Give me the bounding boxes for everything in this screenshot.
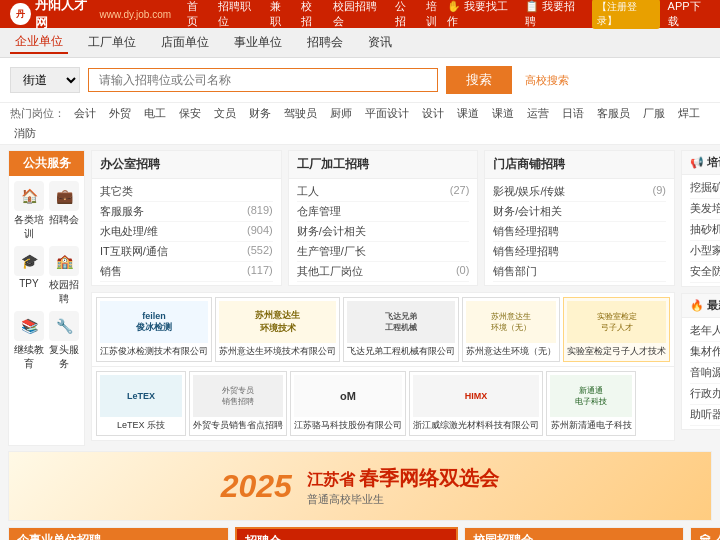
- advanced-search-link[interactable]: 高校搜索: [525, 73, 569, 88]
- shop-job-3: 销售经理招聘: [493, 222, 666, 242]
- hot-job-13[interactable]: 运营: [523, 106, 553, 121]
- shop-job-link-2[interactable]: 财务/会计相关: [493, 204, 562, 219]
- company-card-3[interactable]: 飞达兄弟工程机械 飞达兄弟工程机械有限公司: [343, 297, 459, 362]
- hot-job-14[interactable]: 日语: [558, 106, 588, 121]
- hot-job-15[interactable]: 客服员: [593, 106, 634, 121]
- factory-job-link-3[interactable]: 财务/会计相关: [297, 224, 366, 239]
- hot-job-3[interactable]: 电工: [140, 106, 170, 121]
- company-card-2[interactable]: 苏州意达生环境技术 苏州意达生环境技术有限公司: [215, 297, 340, 362]
- subnav-enterprise[interactable]: 企业单位: [10, 31, 68, 54]
- service-item-education[interactable]: 📚 继续教育: [14, 311, 44, 371]
- location-select[interactable]: 街道: [10, 67, 80, 93]
- hot-job-16[interactable]: 厂服: [639, 106, 669, 121]
- search-button[interactable]: 搜索: [446, 66, 512, 94]
- service-item-tpy[interactable]: 🎓 TPY: [14, 246, 44, 306]
- register-login-btn[interactable]: 【注册登录】: [592, 0, 660, 29]
- hot-job-7[interactable]: 驾驶员: [280, 106, 321, 121]
- office-job-link-5[interactable]: 销售: [100, 264, 122, 279]
- other-label: 复头服务: [49, 343, 79, 371]
- nav-home[interactable]: 首页: [187, 0, 208, 29]
- hot-job-1[interactable]: 会计: [70, 106, 100, 121]
- subnav-news[interactable]: 资讯: [363, 32, 397, 53]
- service-item-training[interactable]: 🏠 各类培训: [14, 181, 44, 241]
- company-card-9[interactable]: HIMX 浙江威综激光材料科技有限公司: [409, 371, 543, 436]
- company-card-10[interactable]: 新通通电子科技 苏州新清通电子科技: [546, 371, 636, 436]
- service-item-fair[interactable]: 💼 招聘会: [49, 181, 79, 241]
- hot-job-10[interactable]: 设计: [418, 106, 448, 121]
- training-ad-link-4[interactable]: 小型家用电器制品工...: [690, 243, 720, 259]
- hot-job-18[interactable]: 消防: [10, 126, 40, 141]
- training-ad-link-3[interactable]: 抽砂机机工名达通知: [690, 222, 720, 238]
- hot-job-9[interactable]: 平面设计: [361, 106, 413, 121]
- factory-job-2: 仓库管理: [297, 202, 470, 222]
- office-job-link-1[interactable]: 其它类: [100, 184, 133, 199]
- shop-job-link-1[interactable]: 影视/娱乐/传媒: [493, 184, 565, 199]
- subnav-shop[interactable]: 店面单位: [156, 32, 214, 53]
- search-input[interactable]: [88, 68, 438, 92]
- shop-job-link-4[interactable]: 销售经理招聘: [493, 244, 559, 259]
- hot-job-12[interactable]: 课道: [488, 106, 518, 121]
- nav-jobs[interactable]: 招聘职位: [218, 0, 260, 29]
- service-item-campus[interactable]: 🏫 校园招聘: [49, 246, 79, 306]
- company-name-7: 外贸专员销售省点招聘: [193, 419, 283, 432]
- latest-job-link-5[interactable]: 助听器配戴者告通知: [690, 407, 720, 423]
- company-cards-row: feilen俊冰检测 江苏俊冰检测技术有限公司 苏州意达生环境技术 苏州意达生环…: [92, 293, 674, 366]
- find-job-link[interactable]: ✋ 我要找工作: [447, 0, 516, 29]
- nav-training[interactable]: 培训: [426, 0, 447, 29]
- campus-label: 校园招聘: [49, 278, 79, 306]
- latest-job-link-1[interactable]: 老年人能力评估师报名...: [690, 323, 720, 339]
- company-card-6[interactable]: LeTEX LeTEX 乐技: [96, 371, 186, 436]
- factory-job-link-2[interactable]: 仓库管理: [297, 204, 341, 219]
- office-job-link-2[interactable]: 客服服务: [100, 204, 144, 219]
- factory-job-link-1[interactable]: 工人: [297, 184, 319, 199]
- hot-job-11[interactable]: 课道: [453, 106, 483, 121]
- subnav-public[interactable]: 事业单位: [229, 32, 287, 53]
- nav-campus[interactable]: 校园招聘会: [333, 0, 386, 29]
- latest-job-link-4[interactable]: 行政办事员（政务服务）: [690, 386, 720, 402]
- factory-count-1: (27): [450, 184, 470, 199]
- hot-job-6[interactable]: 财务: [245, 106, 275, 121]
- company-card-5[interactable]: 实验室检定弓子人才 实验室检定弓子人才技术: [563, 297, 670, 362]
- hot-job-17[interactable]: 焊工: [674, 106, 704, 121]
- shop-job-link-3[interactable]: 销售经理招聘: [493, 224, 559, 239]
- company-logo-7: 外贸专员销售招聘: [193, 375, 283, 417]
- hot-job-2[interactable]: 外贸: [105, 106, 135, 121]
- office-job-3: 水电处理/维(904): [100, 222, 273, 242]
- training-ad-link-1[interactable]: 挖掘矿运和矿工机械司: [690, 180, 720, 196]
- office-jobs-section: 办公室招聘 其它类 客服服务(819) 水电处理/维(904) IT互联网/通信…: [91, 150, 282, 286]
- factory-job-4: 生产管理/厂长: [297, 242, 470, 262]
- hot-job-8[interactable]: 厨师: [326, 106, 356, 121]
- latest-jobs-list: 老年人能力评估师报名...报名 集材作业工名达通知报名 音响源员报名通知报名 行…: [682, 318, 720, 429]
- company-logo-9: HIMX: [413, 375, 539, 417]
- training-ad-link-5[interactable]: 安全防范系统安装维护: [690, 264, 720, 280]
- company-card-1[interactable]: feilen俊冰检测 江苏俊冰检测技术有限公司: [96, 297, 212, 362]
- hot-job-5[interactable]: 文员: [210, 106, 240, 121]
- company-logo-5: 实验室检定弓子人才: [567, 301, 666, 343]
- fair-icon: 💼: [49, 181, 79, 211]
- subnav-fair[interactable]: 招聘会: [302, 32, 348, 53]
- company-card-8[interactable]: oM 江苏骆马科技股份有限公司: [290, 371, 406, 436]
- factory-job-link-4[interactable]: 生产管理/厂长: [297, 244, 366, 259]
- shop-job-link-5[interactable]: 销售部门: [493, 264, 537, 279]
- factory-job-link-5[interactable]: 其他工厂岗位: [297, 264, 363, 279]
- company-card-4[interactable]: 苏州意达生环境（无） 苏州意达生环境（无）: [462, 297, 560, 362]
- latest-job-link-2[interactable]: 集材作业工名达通知: [690, 344, 720, 360]
- subnav-factory[interactable]: 工厂单位: [83, 32, 141, 53]
- office-job-link-3[interactable]: 水电处理/维: [100, 224, 158, 239]
- nav-recruit[interactable]: 校招: [301, 0, 322, 29]
- school-title: 校园招聘会: [465, 528, 684, 540]
- find-worker-link[interactable]: 📋 我要招聘: [525, 0, 584, 29]
- company-name-2: 苏州意达生环境技术有限公司: [219, 345, 336, 358]
- office-job-link-4[interactable]: IT互联网/通信: [100, 244, 168, 259]
- hot-job-4[interactable]: 保安: [175, 106, 205, 121]
- training-ad-link-2[interactable]: 美发培名达通知: [690, 201, 720, 217]
- nav-public[interactable]: 公招: [395, 0, 416, 29]
- company-card-7[interactable]: 外贸专员销售招聘 外贸专员销售省点招聘: [189, 371, 287, 436]
- app-download-link[interactable]: APP下载: [668, 0, 710, 29]
- latest-job-link-3[interactable]: 音响源员报名通知: [690, 365, 720, 381]
- office-job-2: 客服服务(819): [100, 202, 273, 222]
- service-item-other[interactable]: 🔧 复头服务: [49, 311, 79, 371]
- nav-parttime[interactable]: 兼职: [270, 0, 291, 29]
- spring-banner[interactable]: 2025 江苏省 春季网络双选会 普通高校毕业生: [8, 451, 712, 521]
- office-job-list: 其它类 客服服务(819) 水电处理/维(904) IT互联网/通信(552) …: [92, 179, 281, 285]
